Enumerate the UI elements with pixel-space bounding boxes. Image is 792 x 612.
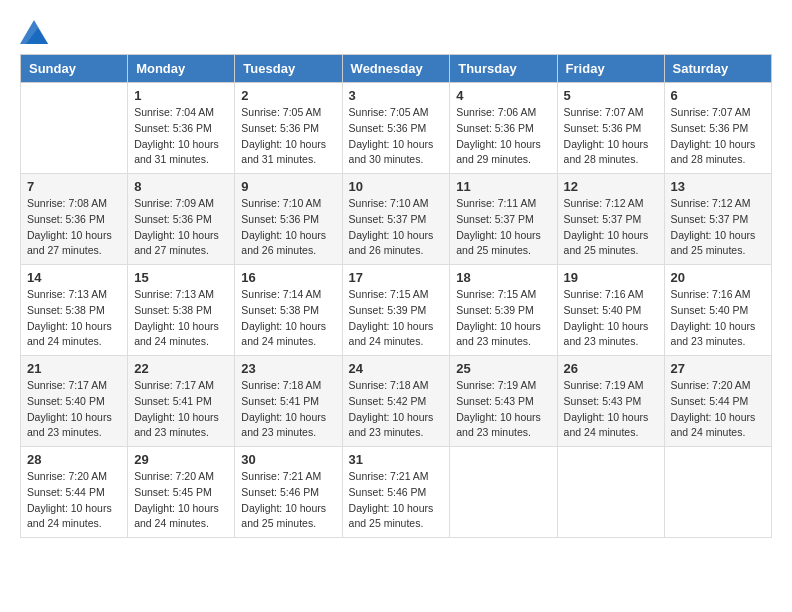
calendar-cell: 12Sunrise: 7:12 AMSunset: 5:37 PMDayligh…	[557, 174, 664, 265]
calendar-header-monday: Monday	[128, 55, 235, 83]
day-info: Sunrise: 7:18 AMSunset: 5:42 PMDaylight:…	[349, 378, 444, 441]
calendar-cell: 13Sunrise: 7:12 AMSunset: 5:37 PMDayligh…	[664, 174, 771, 265]
calendar-cell: 23Sunrise: 7:18 AMSunset: 5:41 PMDayligh…	[235, 356, 342, 447]
day-number: 15	[134, 270, 228, 285]
day-info: Sunrise: 7:18 AMSunset: 5:41 PMDaylight:…	[241, 378, 335, 441]
day-info: Sunrise: 7:09 AMSunset: 5:36 PMDaylight:…	[134, 196, 228, 259]
calendar-cell: 14Sunrise: 7:13 AMSunset: 5:38 PMDayligh…	[21, 265, 128, 356]
calendar-header-friday: Friday	[557, 55, 664, 83]
day-info: Sunrise: 7:19 AMSunset: 5:43 PMDaylight:…	[456, 378, 550, 441]
day-number: 13	[671, 179, 765, 194]
calendar-cell: 24Sunrise: 7:18 AMSunset: 5:42 PMDayligh…	[342, 356, 450, 447]
day-info: Sunrise: 7:13 AMSunset: 5:38 PMDaylight:…	[27, 287, 121, 350]
day-info: Sunrise: 7:07 AMSunset: 5:36 PMDaylight:…	[671, 105, 765, 168]
day-number: 17	[349, 270, 444, 285]
day-info: Sunrise: 7:16 AMSunset: 5:40 PMDaylight:…	[564, 287, 658, 350]
calendar-cell: 28Sunrise: 7:20 AMSunset: 5:44 PMDayligh…	[21, 447, 128, 538]
calendar-cell	[21, 83, 128, 174]
calendar-header-row: SundayMondayTuesdayWednesdayThursdayFrid…	[21, 55, 772, 83]
calendar-cell	[664, 447, 771, 538]
calendar-header-saturday: Saturday	[664, 55, 771, 83]
calendar-cell: 3Sunrise: 7:05 AMSunset: 5:36 PMDaylight…	[342, 83, 450, 174]
day-number: 7	[27, 179, 121, 194]
day-number: 19	[564, 270, 658, 285]
calendar-cell: 4Sunrise: 7:06 AMSunset: 5:36 PMDaylight…	[450, 83, 557, 174]
day-info: Sunrise: 7:11 AMSunset: 5:37 PMDaylight:…	[456, 196, 550, 259]
day-info: Sunrise: 7:19 AMSunset: 5:43 PMDaylight:…	[564, 378, 658, 441]
calendar-week-row-3: 21Sunrise: 7:17 AMSunset: 5:40 PMDayligh…	[21, 356, 772, 447]
calendar-cell: 16Sunrise: 7:14 AMSunset: 5:38 PMDayligh…	[235, 265, 342, 356]
calendar-cell: 8Sunrise: 7:09 AMSunset: 5:36 PMDaylight…	[128, 174, 235, 265]
day-info: Sunrise: 7:06 AMSunset: 5:36 PMDaylight:…	[456, 105, 550, 168]
calendar-cell: 6Sunrise: 7:07 AMSunset: 5:36 PMDaylight…	[664, 83, 771, 174]
calendar-cell: 22Sunrise: 7:17 AMSunset: 5:41 PMDayligh…	[128, 356, 235, 447]
calendar-cell: 29Sunrise: 7:20 AMSunset: 5:45 PMDayligh…	[128, 447, 235, 538]
calendar-week-row-2: 14Sunrise: 7:13 AMSunset: 5:38 PMDayligh…	[21, 265, 772, 356]
calendar-cell: 2Sunrise: 7:05 AMSunset: 5:36 PMDaylight…	[235, 83, 342, 174]
day-number: 2	[241, 88, 335, 103]
day-number: 22	[134, 361, 228, 376]
day-info: Sunrise: 7:05 AMSunset: 5:36 PMDaylight:…	[241, 105, 335, 168]
day-info: Sunrise: 7:21 AMSunset: 5:46 PMDaylight:…	[241, 469, 335, 532]
day-info: Sunrise: 7:21 AMSunset: 5:46 PMDaylight:…	[349, 469, 444, 532]
calendar-cell: 27Sunrise: 7:20 AMSunset: 5:44 PMDayligh…	[664, 356, 771, 447]
day-number: 26	[564, 361, 658, 376]
day-info: Sunrise: 7:15 AMSunset: 5:39 PMDaylight:…	[349, 287, 444, 350]
calendar-cell: 20Sunrise: 7:16 AMSunset: 5:40 PMDayligh…	[664, 265, 771, 356]
calendar-week-row-0: 1Sunrise: 7:04 AMSunset: 5:36 PMDaylight…	[21, 83, 772, 174]
calendar-cell: 11Sunrise: 7:11 AMSunset: 5:37 PMDayligh…	[450, 174, 557, 265]
day-number: 3	[349, 88, 444, 103]
day-info: Sunrise: 7:14 AMSunset: 5:38 PMDaylight:…	[241, 287, 335, 350]
day-number: 11	[456, 179, 550, 194]
day-number: 14	[27, 270, 121, 285]
day-number: 30	[241, 452, 335, 467]
calendar-cell: 30Sunrise: 7:21 AMSunset: 5:46 PMDayligh…	[235, 447, 342, 538]
day-info: Sunrise: 7:12 AMSunset: 5:37 PMDaylight:…	[564, 196, 658, 259]
day-number: 5	[564, 88, 658, 103]
calendar-cell: 18Sunrise: 7:15 AMSunset: 5:39 PMDayligh…	[450, 265, 557, 356]
day-info: Sunrise: 7:20 AMSunset: 5:44 PMDaylight:…	[671, 378, 765, 441]
day-number: 16	[241, 270, 335, 285]
day-info: Sunrise: 7:05 AMSunset: 5:36 PMDaylight:…	[349, 105, 444, 168]
calendar-header-sunday: Sunday	[21, 55, 128, 83]
logo	[20, 20, 52, 44]
day-number: 12	[564, 179, 658, 194]
calendar-cell: 26Sunrise: 7:19 AMSunset: 5:43 PMDayligh…	[557, 356, 664, 447]
calendar-week-row-4: 28Sunrise: 7:20 AMSunset: 5:44 PMDayligh…	[21, 447, 772, 538]
day-info: Sunrise: 7:04 AMSunset: 5:36 PMDaylight:…	[134, 105, 228, 168]
calendar-cell	[450, 447, 557, 538]
calendar-cell: 31Sunrise: 7:21 AMSunset: 5:46 PMDayligh…	[342, 447, 450, 538]
day-info: Sunrise: 7:10 AMSunset: 5:37 PMDaylight:…	[349, 196, 444, 259]
calendar-cell: 1Sunrise: 7:04 AMSunset: 5:36 PMDaylight…	[128, 83, 235, 174]
calendar-cell: 10Sunrise: 7:10 AMSunset: 5:37 PMDayligh…	[342, 174, 450, 265]
day-number: 6	[671, 88, 765, 103]
day-info: Sunrise: 7:10 AMSunset: 5:36 PMDaylight:…	[241, 196, 335, 259]
calendar-cell: 25Sunrise: 7:19 AMSunset: 5:43 PMDayligh…	[450, 356, 557, 447]
day-number: 1	[134, 88, 228, 103]
day-number: 28	[27, 452, 121, 467]
day-number: 27	[671, 361, 765, 376]
day-info: Sunrise: 7:17 AMSunset: 5:41 PMDaylight:…	[134, 378, 228, 441]
calendar-week-row-1: 7Sunrise: 7:08 AMSunset: 5:36 PMDaylight…	[21, 174, 772, 265]
day-info: Sunrise: 7:16 AMSunset: 5:40 PMDaylight:…	[671, 287, 765, 350]
day-info: Sunrise: 7:07 AMSunset: 5:36 PMDaylight:…	[564, 105, 658, 168]
day-info: Sunrise: 7:20 AMSunset: 5:45 PMDaylight:…	[134, 469, 228, 532]
day-number: 23	[241, 361, 335, 376]
day-number: 8	[134, 179, 228, 194]
calendar-cell	[557, 447, 664, 538]
calendar-header-thursday: Thursday	[450, 55, 557, 83]
day-info: Sunrise: 7:17 AMSunset: 5:40 PMDaylight:…	[27, 378, 121, 441]
calendar: SundayMondayTuesdayWednesdayThursdayFrid…	[20, 54, 772, 538]
day-info: Sunrise: 7:20 AMSunset: 5:44 PMDaylight:…	[27, 469, 121, 532]
day-number: 21	[27, 361, 121, 376]
calendar-cell: 15Sunrise: 7:13 AMSunset: 5:38 PMDayligh…	[128, 265, 235, 356]
day-info: Sunrise: 7:15 AMSunset: 5:39 PMDaylight:…	[456, 287, 550, 350]
calendar-header-tuesday: Tuesday	[235, 55, 342, 83]
day-info: Sunrise: 7:12 AMSunset: 5:37 PMDaylight:…	[671, 196, 765, 259]
day-info: Sunrise: 7:08 AMSunset: 5:36 PMDaylight:…	[27, 196, 121, 259]
calendar-cell: 19Sunrise: 7:16 AMSunset: 5:40 PMDayligh…	[557, 265, 664, 356]
day-number: 31	[349, 452, 444, 467]
day-info: Sunrise: 7:13 AMSunset: 5:38 PMDaylight:…	[134, 287, 228, 350]
day-number: 9	[241, 179, 335, 194]
day-number: 29	[134, 452, 228, 467]
